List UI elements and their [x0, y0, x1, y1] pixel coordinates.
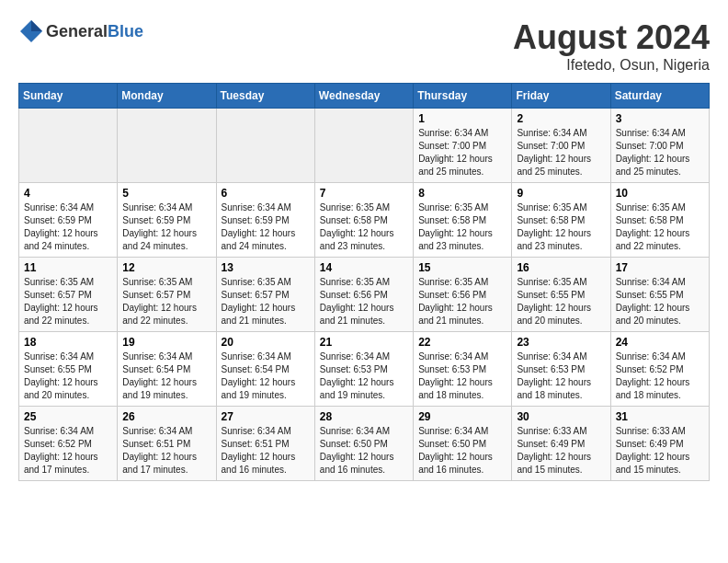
- weekday-header-tuesday: Tuesday: [216, 84, 314, 109]
- day-number: 20: [222, 336, 310, 349]
- calendar-cell: 16Sunrise: 6:35 AM Sunset: 6:55 PM Dayli…: [512, 258, 610, 332]
- day-info: Sunrise: 6:34 AM Sunset: 6:51 PM Dayligh…: [222, 425, 310, 477]
- day-number: 17: [616, 261, 704, 274]
- day-info: Sunrise: 6:34 AM Sunset: 6:52 PM Dayligh…: [24, 425, 112, 477]
- day-info: Sunrise: 6:34 AM Sunset: 6:55 PM Dayligh…: [616, 276, 704, 327]
- day-number: 1: [418, 112, 506, 125]
- calendar-week-row: 25Sunrise: 6:34 AM Sunset: 6:52 PM Dayli…: [19, 407, 710, 481]
- day-number: 25: [24, 410, 112, 423]
- day-info: Sunrise: 6:34 AM Sunset: 6:59 PM Dayligh…: [222, 201, 310, 253]
- logo-blue-text: Blue: [108, 22, 143, 40]
- day-number: 18: [24, 336, 112, 349]
- day-info: Sunrise: 6:34 AM Sunset: 6:55 PM Dayligh…: [24, 350, 112, 402]
- calendar-cell: 12Sunrise: 6:35 AM Sunset: 6:57 PM Dayli…: [118, 258, 216, 332]
- calendar-cell: 24Sunrise: 6:34 AM Sunset: 6:52 PM Dayli…: [610, 332, 709, 407]
- day-number: 30: [517, 410, 605, 423]
- day-info: Sunrise: 6:34 AM Sunset: 7:00 PM Dayligh…: [418, 127, 506, 178]
- day-number: 14: [320, 261, 408, 274]
- day-info: Sunrise: 6:34 AM Sunset: 7:00 PM Dayligh…: [517, 127, 605, 178]
- day-info: Sunrise: 6:35 AM Sunset: 6:56 PM Dayligh…: [418, 276, 506, 327]
- day-info: Sunrise: 6:33 AM Sunset: 6:49 PM Dayligh…: [616, 425, 704, 477]
- month-year-title: August 2024: [513, 18, 710, 57]
- day-number: 4: [24, 187, 112, 200]
- calendar-cell: 10Sunrise: 6:35 AM Sunset: 6:58 PM Dayli…: [610, 183, 709, 258]
- day-info: Sunrise: 6:35 AM Sunset: 6:57 PM Dayligh…: [222, 276, 310, 327]
- day-number: 28: [320, 410, 408, 423]
- calendar-cell: 19Sunrise: 6:34 AM Sunset: 6:54 PM Dayli…: [118, 332, 216, 407]
- day-info: Sunrise: 6:34 AM Sunset: 6:51 PM Dayligh…: [122, 425, 210, 477]
- day-info: Sunrise: 6:35 AM Sunset: 6:56 PM Dayligh…: [320, 276, 408, 327]
- day-number: 6: [222, 187, 310, 200]
- day-info: Sunrise: 6:35 AM Sunset: 6:58 PM Dayligh…: [517, 201, 605, 253]
- logo-icon: [18, 18, 44, 44]
- calendar-cell: [19, 109, 118, 183]
- calendar-cell: 26Sunrise: 6:34 AM Sunset: 6:51 PM Dayli…: [118, 407, 216, 481]
- weekday-header-friday: Friday: [512, 84, 610, 109]
- calendar-cell: 17Sunrise: 6:34 AM Sunset: 6:55 PM Dayli…: [610, 258, 709, 332]
- day-info: Sunrise: 6:34 AM Sunset: 6:50 PM Dayligh…: [418, 425, 506, 477]
- location-subtitle: Ifetedo, Osun, Nigeria: [513, 57, 710, 74]
- calendar-cell: 27Sunrise: 6:34 AM Sunset: 6:51 PM Dayli…: [216, 407, 314, 481]
- calendar-cell: 29Sunrise: 6:34 AM Sunset: 6:50 PM Dayli…: [414, 407, 512, 481]
- day-number: 21: [320, 336, 408, 349]
- calendar-cell: 6Sunrise: 6:34 AM Sunset: 6:59 PM Daylig…: [216, 183, 314, 258]
- calendar-cell: 4Sunrise: 6:34 AM Sunset: 6:59 PM Daylig…: [19, 183, 118, 258]
- day-number: 7: [320, 187, 408, 200]
- day-number: 23: [517, 336, 605, 349]
- calendar-cell: 21Sunrise: 6:34 AM Sunset: 6:53 PM Dayli…: [314, 332, 413, 407]
- day-info: Sunrise: 6:34 AM Sunset: 6:50 PM Dayligh…: [320, 425, 408, 477]
- calendar-cell: [314, 109, 413, 183]
- day-number: 16: [517, 261, 605, 274]
- calendar-cell: 18Sunrise: 6:34 AM Sunset: 6:55 PM Dayli…: [19, 332, 118, 407]
- day-number: 19: [122, 336, 210, 349]
- day-info: Sunrise: 6:34 AM Sunset: 6:53 PM Dayligh…: [517, 350, 605, 402]
- calendar-cell: 9Sunrise: 6:35 AM Sunset: 6:58 PM Daylig…: [512, 183, 610, 258]
- title-area: August 2024 Ifetedo, Osun, Nigeria: [513, 18, 710, 74]
- weekday-header-wednesday: Wednesday: [314, 84, 413, 109]
- weekday-header-sunday: Sunday: [19, 84, 118, 109]
- calendar-cell: 20Sunrise: 6:34 AM Sunset: 6:54 PM Dayli…: [216, 332, 314, 407]
- calendar-cell: 1Sunrise: 6:34 AM Sunset: 7:00 PM Daylig…: [414, 109, 512, 183]
- day-info: Sunrise: 6:35 AM Sunset: 6:58 PM Dayligh…: [616, 201, 704, 253]
- day-number: 31: [616, 410, 704, 423]
- day-info: Sunrise: 6:34 AM Sunset: 7:00 PM Dayligh…: [616, 127, 704, 178]
- day-info: Sunrise: 6:34 AM Sunset: 6:54 PM Dayligh…: [122, 350, 210, 402]
- weekday-header-monday: Monday: [118, 84, 216, 109]
- weekday-header-saturday: Saturday: [610, 84, 709, 109]
- day-number: 13: [222, 261, 310, 274]
- calendar-cell: 3Sunrise: 6:34 AM Sunset: 7:00 PM Daylig…: [610, 109, 709, 183]
- day-number: 22: [418, 336, 506, 349]
- calendar-cell: 8Sunrise: 6:35 AM Sunset: 6:58 PM Daylig…: [414, 183, 512, 258]
- day-number: 8: [418, 187, 506, 200]
- day-number: 2: [517, 112, 605, 125]
- weekday-header-row: SundayMondayTuesdayWednesdayThursdayFrid…: [19, 84, 710, 109]
- day-info: Sunrise: 6:34 AM Sunset: 6:52 PM Dayligh…: [616, 350, 704, 402]
- day-info: Sunrise: 6:35 AM Sunset: 6:57 PM Dayligh…: [24, 276, 112, 327]
- day-info: Sunrise: 6:33 AM Sunset: 6:49 PM Dayligh…: [517, 425, 605, 477]
- calendar-cell: 7Sunrise: 6:35 AM Sunset: 6:58 PM Daylig…: [314, 183, 413, 258]
- day-number: 10: [616, 187, 704, 200]
- calendar-table: SundayMondayTuesdayWednesdayThursdayFrid…: [18, 83, 710, 481]
- weekday-header-thursday: Thursday: [414, 84, 512, 109]
- day-info: Sunrise: 6:34 AM Sunset: 6:59 PM Dayligh…: [24, 201, 112, 253]
- day-info: Sunrise: 6:35 AM Sunset: 6:57 PM Dayligh…: [122, 276, 210, 327]
- day-info: Sunrise: 6:34 AM Sunset: 6:53 PM Dayligh…: [320, 350, 408, 402]
- calendar-cell: [216, 109, 314, 183]
- day-number: 11: [24, 261, 112, 274]
- calendar-cell: [118, 109, 216, 183]
- calendar-cell: 15Sunrise: 6:35 AM Sunset: 6:56 PM Dayli…: [414, 258, 512, 332]
- calendar-cell: 30Sunrise: 6:33 AM Sunset: 6:49 PM Dayli…: [512, 407, 610, 481]
- day-number: 26: [122, 410, 210, 423]
- logo-general-text: General: [46, 22, 108, 40]
- calendar-cell: 2Sunrise: 6:34 AM Sunset: 7:00 PM Daylig…: [512, 109, 610, 183]
- calendar-week-row: 11Sunrise: 6:35 AM Sunset: 6:57 PM Dayli…: [19, 258, 710, 332]
- calendar-cell: 22Sunrise: 6:34 AM Sunset: 6:53 PM Dayli…: [414, 332, 512, 407]
- calendar-cell: 5Sunrise: 6:34 AM Sunset: 6:59 PM Daylig…: [118, 183, 216, 258]
- day-info: Sunrise: 6:34 AM Sunset: 6:54 PM Dayligh…: [222, 350, 310, 402]
- calendar-week-row: 4Sunrise: 6:34 AM Sunset: 6:59 PM Daylig…: [19, 183, 710, 258]
- day-info: Sunrise: 6:35 AM Sunset: 6:55 PM Dayligh…: [517, 276, 605, 327]
- day-info: Sunrise: 6:34 AM Sunset: 6:59 PM Dayligh…: [122, 201, 210, 253]
- calendar-cell: 25Sunrise: 6:34 AM Sunset: 6:52 PM Dayli…: [19, 407, 118, 481]
- calendar-cell: 14Sunrise: 6:35 AM Sunset: 6:56 PM Dayli…: [314, 258, 413, 332]
- day-info: Sunrise: 6:34 AM Sunset: 6:53 PM Dayligh…: [418, 350, 506, 402]
